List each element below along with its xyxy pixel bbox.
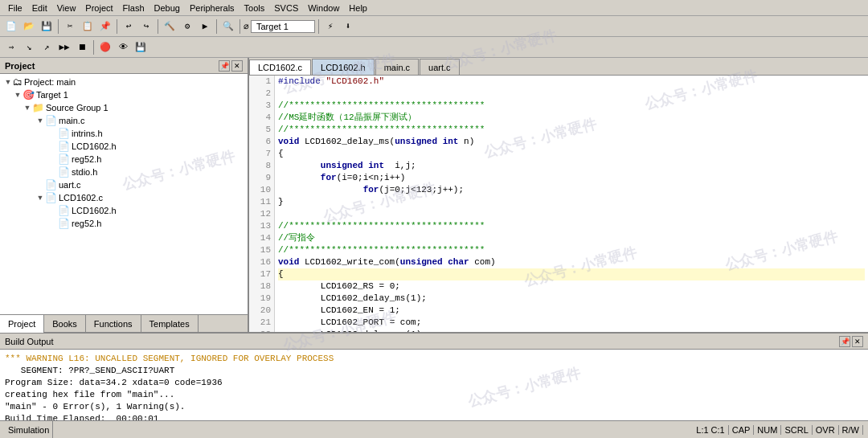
menu-window[interactable]: Window <box>303 2 344 14</box>
line-number-1: 1 <box>252 76 271 88</box>
line-number-6: 6 <box>252 136 271 148</box>
reg52-icon: 📄 <box>58 154 70 165</box>
save-button[interactable]: 💾 <box>39 18 55 35</box>
line-number-2: 2 <box>252 88 271 100</box>
menu-view[interactable]: View <box>52 2 81 14</box>
statusbar-position: L:1 C:1 <box>693 425 728 435</box>
breakpoint-button[interactable]: 🔴 <box>97 39 113 55</box>
pin-button[interactable]: 📌 <box>219 60 230 72</box>
tab-main-c[interactable]: main.c <box>375 59 419 75</box>
tree-project-root[interactable]: ▼ 🗂 Project: main <box>0 76 248 88</box>
tab-uart-c[interactable]: uart.c <box>420 59 460 75</box>
code-line-8: unsigned int i,j; <box>278 160 865 172</box>
options-button[interactable]: ⚡ <box>322 18 338 35</box>
menu-edit[interactable]: Edit <box>27 2 52 14</box>
bottom-tab-books[interactable]: Books <box>44 315 86 333</box>
build-output-header: Build Output 📌 ✕ <box>0 334 868 350</box>
c-file-icon: 📄 <box>45 115 57 126</box>
statusbar-simulation: Simulation <box>5 421 53 438</box>
code-editor[interactable]: 1234567891011121314151617181920212223242… <box>249 76 868 332</box>
statusbar-num: NUM <box>754 425 781 435</box>
step-out-button[interactable]: ↗ <box>39 39 55 55</box>
bottom-tab-functions[interactable]: Functions <box>86 315 141 333</box>
project-icon: 🗂 <box>13 76 23 88</box>
stop-button[interactable]: ⏹ <box>74 39 90 55</box>
tab-main-c-label: main.c <box>384 63 410 72</box>
menu-project[interactable]: Project <box>80 2 117 14</box>
bottom-tab-project[interactable]: Project <box>0 315 44 333</box>
reg52-h-label: reg52.h <box>72 154 101 164</box>
source-group-label: Source Group 1 <box>46 103 108 113</box>
cut-button[interactable]: ✂ <box>62 18 78 35</box>
tree-file-stdio-h[interactable]: 📄 stdio.h <box>0 166 248 178</box>
sep6 <box>318 19 319 34</box>
flash-button[interactable]: ⬇ <box>340 18 356 35</box>
menu-svcs[interactable]: SVCS <box>269 2 303 14</box>
debug-button[interactable]: ▶ <box>197 18 213 35</box>
h-file-icon2: 📄 <box>58 141 70 152</box>
menu-file[interactable]: File <box>3 2 27 14</box>
sep2 <box>117 19 117 34</box>
bottom-tab-templates[interactable]: Templates <box>141 315 199 333</box>
paste-button[interactable]: 📌 <box>97 18 113 35</box>
project-panel-title: Project <box>5 61 35 71</box>
find-button[interactable]: 🔍 <box>220 18 236 35</box>
new-file-button[interactable]: 📄 <box>3 18 19 35</box>
lcd1602-h2-icon: 📄 <box>58 205 70 216</box>
expand-main-c-icon: ▼ <box>35 117 45 125</box>
code-line-9: for(i=0;i<n;i++) <box>278 172 865 184</box>
watch-button[interactable]: 👁 <box>115 39 131 55</box>
tree-source-group[interactable]: ▼ 📁 Source Group 1 <box>0 101 248 114</box>
rebuild-button[interactable]: ⚙ <box>179 18 195 35</box>
sep7 <box>93 40 94 55</box>
tree-file-reg52-h2[interactable]: 📄 reg52.h <box>0 217 248 230</box>
tree-target[interactable]: ▼ 🎯 Target 1 <box>0 88 248 101</box>
tab-uart-c-label: uart.c <box>428 63 451 72</box>
line-number-9: 9 <box>252 172 271 184</box>
menu-debug[interactable]: Debug <box>149 2 185 14</box>
build-output-panel: Build Output 📌 ✕ *** WARNING L16: UNCALL… <box>0 332 868 420</box>
code-line-1: #include "LCD1602.h" <box>278 76 865 88</box>
code-line-10: for(j=0;j<123;j++); <box>278 184 865 196</box>
tree-file-lcd1602-h2[interactable]: 📄 LCD1602.h <box>0 204 248 217</box>
bottom-tab-project-label: Project <box>8 319 35 329</box>
line-number-20: 20 <box>252 305 271 317</box>
menu-flash[interactable]: Flash <box>118 2 149 14</box>
run-button[interactable]: ▶▶ <box>56 39 72 55</box>
code-content[interactable]: #include "LCD1602.h"//******************… <box>275 76 868 332</box>
memory-button[interactable]: 💾 <box>133 39 149 55</box>
code-line-12 <box>278 208 865 220</box>
menu-tools[interactable]: Tools <box>240 2 270 14</box>
tab-lcd1602-c[interactable]: LCD1602.c <box>249 59 311 76</box>
build-close-button[interactable]: ✕ <box>852 336 863 347</box>
step-in-button[interactable]: ↘ <box>21 39 37 55</box>
target-selector[interactable]: Target 1 <box>251 20 315 33</box>
tree-file-reg52-h[interactable]: 📄 reg52.h <box>0 153 248 166</box>
toolbar-main: 📄 📂 💾 ✂ 📋 📌 ↩ ↪ 🔨 ⚙ ▶ 🔍 ⌀ Target 1 ⚡ ⬇ <box>0 16 868 37</box>
tree-file-lcd1602-h[interactable]: 📄 LCD1602.h <box>0 140 248 153</box>
undo-button[interactable]: ↩ <box>121 18 137 35</box>
build-line-3: creating hex file from "main"... <box>5 389 863 401</box>
tree-file-uart-c[interactable]: 📄 uart.c <box>0 178 248 191</box>
build-button[interactable]: 🔨 <box>162 18 178 35</box>
line-number-13: 13 <box>252 220 271 232</box>
open-file-button[interactable]: 📂 <box>21 18 37 35</box>
menu-help[interactable]: Help <box>344 2 372 14</box>
redo-button[interactable]: ↪ <box>138 18 154 35</box>
tree-file-main-c[interactable]: ▼ 📄 main.c <box>0 114 248 127</box>
tree-file-lcd1602-c[interactable]: ▼ 📄 LCD1602.c <box>0 191 248 204</box>
bottom-tab-books-label: Books <box>52 319 77 329</box>
tab-lcd1602-h[interactable]: LCD1602.h <box>312 59 375 75</box>
copy-button[interactable]: 📋 <box>80 18 96 35</box>
menu-peripherals[interactable]: Peripherals <box>185 2 240 14</box>
build-pin-button[interactable]: 📌 <box>839 336 850 347</box>
statusbar-rw: R/W <box>839 425 863 435</box>
close-panel-button[interactable]: ✕ <box>231 60 243 72</box>
step-over-button[interactable]: ⇒ <box>3 39 19 55</box>
line-number-14: 14 <box>252 232 271 244</box>
tree-file-intrins-h[interactable]: 📄 intrins.h <box>0 127 248 140</box>
line-number-21: 21 <box>252 317 271 329</box>
tab-lcd1602-h-label: LCD1602.h <box>321 63 366 72</box>
build-line-2: Program Size: data=34.2 xdata=0 code=193… <box>5 377 863 389</box>
code-line-22: LCD1602_delay_ms(1); <box>278 329 865 332</box>
